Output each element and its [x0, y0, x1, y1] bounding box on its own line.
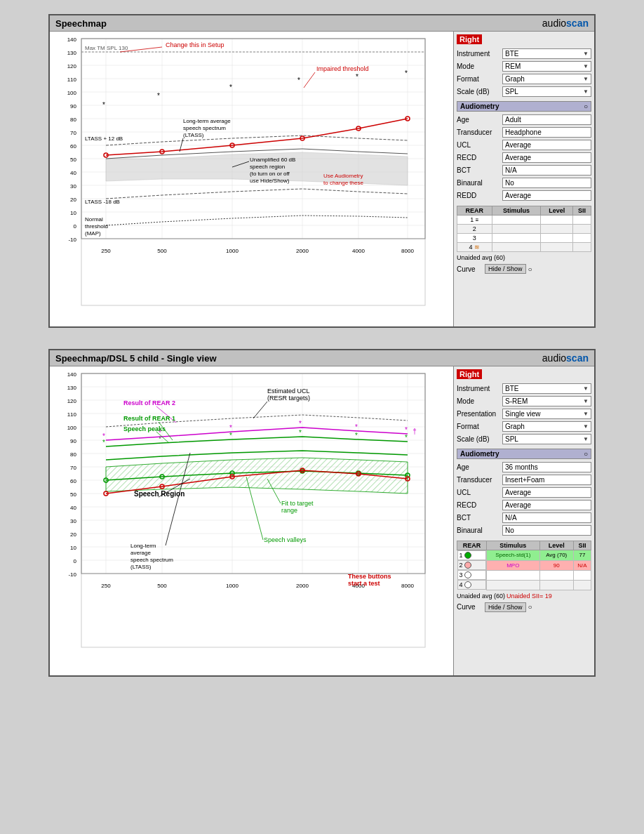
instrument-arrow-2: ▼	[583, 385, 589, 392]
svg-text:140: 140	[67, 371, 77, 378]
scale-row-2: Scale (dB) SPL ▼	[457, 434, 591, 444]
mode-value-2[interactable]: S-REM ▼	[502, 396, 591, 406]
ucl-label-2: UCL	[457, 489, 502, 496]
unaided-row-2: Unaided avg (60) Unaided SII= 19	[457, 593, 591, 600]
scale-value-2[interactable]: SPL ▼	[502, 434, 591, 444]
svg-text:-10: -10	[68, 237, 76, 243]
svg-text:500: 500	[157, 248, 167, 254]
format-value-1[interactable]: Graph ▼	[502, 74, 591, 84]
curve-circle-2[interactable]: ○	[528, 603, 532, 611]
curve-circle-1[interactable]: ○	[528, 265, 532, 273]
sii-col-header-2: SII	[573, 541, 591, 550]
svg-text:1000: 1000	[226, 583, 239, 589]
presentation-value-2[interactable]: Single view ▼	[502, 409, 591, 419]
svg-text:*: *	[102, 432, 105, 440]
age-label-1: Age	[457, 116, 502, 124]
panel-speechmap: Speechmap audioscan 140 130 120 110 100	[48, 14, 596, 328]
svg-text:140: 140	[67, 37, 77, 43]
mode-label-1: Mode	[457, 62, 502, 70]
bct-value-1: N/A	[502, 165, 591, 176]
ucl-value-1: Average	[502, 140, 591, 150]
svg-text:10: 10	[70, 210, 76, 216]
presentation-row-2: Presentation Single view ▼	[457, 409, 591, 419]
svg-text:60: 60	[70, 478, 76, 484]
panel-body-2: 140 130 120 110 100 90 80 70 60 50	[50, 366, 594, 675]
rear-row-2-3: 3	[457, 570, 591, 580]
svg-text:(LTASS): (LTASS)	[130, 564, 152, 570]
svg-text:Result of REAR 1: Result of REAR 1	[123, 415, 175, 422]
scale-label-1: Scale (dB)	[457, 88, 502, 95]
age-label-2: Age	[457, 463, 502, 471]
transducer-value-2: Insert+Foam	[502, 475, 591, 485]
hide-show-btn-2[interactable]: Hide / Show	[485, 602, 526, 612]
svg-text:8000: 8000	[401, 248, 414, 254]
svg-text:100: 100	[67, 90, 77, 96]
audiometry-circle-1[interactable]: ○	[584, 102, 588, 110]
rear3-circle[interactable]	[464, 571, 471, 578]
svg-text:*: *	[405, 434, 408, 442]
bct-row-2: BCT N/A	[457, 512, 591, 523]
chart-svg-1: 140 130 120 110 100 90 80 70 60 50	[50, 32, 436, 326]
bct-row-1: BCT N/A	[457, 165, 591, 176]
panel-title-1: Speechmap	[55, 18, 107, 29]
rear-row-2-4: 4	[457, 580, 591, 590]
rear1-circle[interactable]	[464, 552, 471, 559]
svg-text:80: 80	[70, 117, 76, 123]
title-bar-2: Speechmap/DSL 5 child - Single view audi…	[50, 350, 594, 366]
format-value-2[interactable]: Graph ▼	[502, 421, 591, 432]
svg-text:4000: 4000	[352, 248, 365, 254]
stimulus-col-header-2: Stimulus	[486, 541, 539, 550]
transducer-value-1: Headphone	[502, 127, 591, 138]
rear2-circle[interactable]	[464, 562, 471, 569]
svg-text:*: *	[355, 423, 358, 431]
rear-table-2: REAR Stimulus Level SII 1 Speech-std(1) …	[457, 541, 591, 590]
rear-row-4: 4 ≋	[457, 243, 591, 252]
level-col-header-2: Level	[539, 541, 573, 550]
chart-area-2: 140 130 120 110 100 90 80 70 60 50	[50, 366, 454, 675]
svg-text:Result of REAR 2: Result of REAR 2	[123, 399, 175, 406]
binaural-row-1: Binaural No	[457, 178, 591, 188]
rear-table-1: REAR Stimulus Level SII 1 ≡ 2	[457, 206, 591, 252]
age-row-2: Age 36 months	[457, 462, 591, 472]
svg-text:*: *	[299, 420, 302, 428]
curve-row-2: Curve Hide / Show ○	[457, 602, 591, 612]
age-row-1: Age Adult	[457, 114, 591, 125]
hide-show-btn-1[interactable]: Hide / Show	[485, 264, 526, 274]
rear-col-header: REAR	[457, 206, 492, 216]
svg-text:10: 10	[70, 545, 76, 551]
unaided-sii-2: Unaided SII= 19	[507, 593, 552, 600]
svg-text:threshold: threshold	[85, 223, 108, 230]
svg-text:Unamplified 60 dB: Unamplified 60 dB	[250, 157, 295, 163]
audiometry-circle-2[interactable]: ○	[584, 450, 588, 458]
svg-text:40: 40	[70, 505, 76, 511]
instrument-value-2[interactable]: BTE ▼	[502, 383, 591, 394]
svg-text:to change these: to change these	[323, 180, 363, 186]
svg-text:Long-term: Long-term	[130, 543, 156, 549]
svg-text:2000: 2000	[296, 583, 309, 589]
svg-text:*: *	[405, 426, 408, 434]
audioscan-logo-2: audioscan	[542, 352, 589, 364]
svg-text:110: 110	[67, 411, 77, 418]
svg-text:Change this in Setup: Change this in Setup	[166, 41, 224, 48]
bct-value-2: N/A	[502, 512, 591, 523]
svg-text:Speech valleys: Speech valleys	[264, 536, 307, 543]
mode-label-2: Mode	[457, 397, 502, 405]
svg-text:2000: 2000	[296, 248, 309, 254]
rear4-circle[interactable]	[464, 581, 471, 588]
svg-text:Estimated UCL: Estimated UCL	[267, 388, 310, 395]
ucl-row-2: UCL Average	[457, 487, 591, 498]
svg-text:*: *	[355, 432, 358, 439]
recd-row-1: RECD Average	[457, 152, 591, 163]
stimulus-col-header: Stimulus	[492, 206, 541, 216]
bct-label-1: BCT	[457, 166, 502, 174]
svg-text:90: 90	[70, 438, 76, 444]
svg-text:*: *	[299, 429, 302, 437]
svg-text:(to turn on or off: (to turn on or off	[250, 171, 290, 177]
svg-text:speech spectrum: speech spectrum	[183, 125, 226, 131]
svg-text:120: 120	[67, 63, 77, 70]
svg-text:average: average	[130, 550, 151, 556]
instrument-value-1[interactable]: BTE ▼	[502, 48, 591, 59]
mode-value-1[interactable]: REM ▼	[502, 61, 591, 72]
scale-value-1[interactable]: SPL ▼	[502, 86, 591, 97]
svg-text:-10: -10	[68, 571, 76, 578]
